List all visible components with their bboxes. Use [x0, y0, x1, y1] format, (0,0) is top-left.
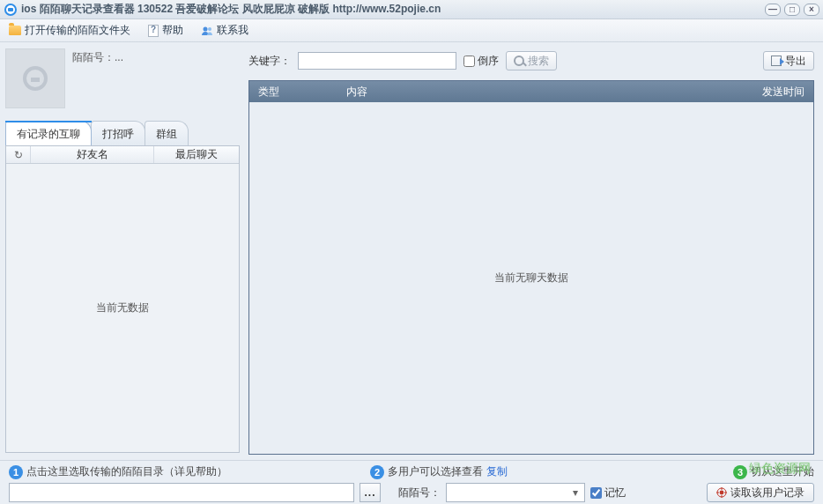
right-panel: 关键字： 倒序 搜索 导出 类型 内容 发送时间 当前无聊天 — [248, 48, 814, 455]
minimize-button[interactable]: — — [765, 4, 781, 16]
reverse-label: 倒序 — [478, 54, 499, 69]
hint-1: 1 点击这里选取传输的陌陌目录（详见帮助） — [9, 464, 370, 479]
remember-checkbox[interactable] — [590, 487, 602, 499]
reverse-checkbox[interactable] — [463, 56, 475, 67]
select-label: 陌陌号： — [398, 485, 441, 500]
help-label: 帮助 — [162, 23, 183, 38]
contact-icon — [201, 25, 213, 37]
left-panel: 陌陌号：... 有记录的互聊 打招呼 群组 ↻ 好友名 最后聊天 当前无数据 — [5, 48, 240, 455]
bottom-bar: 1 点击这里选取传输的陌陌目录（详见帮助） 2 多用户可以选择查看 复制 绿色资… — [0, 460, 823, 504]
refresh-button[interactable]: ↻ — [6, 146, 31, 163]
svg-rect-1 — [8, 8, 13, 11]
momo-id-value: ... — [115, 51, 123, 63]
chevron-down-icon: ▾ — [568, 485, 582, 500]
window-title: ios 陌陌聊天记录查看器 130522 吾爱破解论坛 风吹屁屁凉 破解版 ht… — [21, 2, 765, 17]
open-folder-button[interactable]: 打开传输的陌陌文件夹 — [5, 21, 134, 40]
chat-empty: 当前无聊天数据 — [494, 271, 568, 285]
col-friend-name[interactable]: 好友名 — [31, 146, 154, 163]
col-time[interactable]: 发送时间 — [738, 85, 813, 100]
browse-button[interactable]: ... — [360, 483, 381, 502]
left-tabs: 有记录的互聊 打招呼 群组 — [5, 121, 240, 145]
open-folder-label: 打开传输的陌陌文件夹 — [25, 23, 130, 38]
col-type[interactable]: 类型 — [249, 85, 337, 100]
badge-1-icon: 1 — [9, 465, 23, 479]
search-icon — [514, 56, 524, 66]
hint-3: 绿色资源网 3 切从这里开始 — [652, 464, 814, 479]
reverse-checkbox-wrap[interactable]: 倒序 — [463, 54, 499, 69]
remember-checkbox-wrap[interactable]: 记忆 — [590, 485, 626, 500]
tab-greet[interactable]: 打招呼 — [91, 121, 145, 145]
momo-id-row: 陌陌号：... — [72, 48, 123, 65]
close-button[interactable]: × — [804, 4, 819, 16]
svg-point-3 — [208, 27, 211, 31]
help-icon — [148, 25, 159, 37]
search-button-label: 搜索 — [528, 54, 549, 69]
help-button[interactable]: 帮助 — [145, 21, 187, 40]
export-icon — [771, 56, 782, 66]
svg-point-2 — [204, 26, 208, 31]
tab-group[interactable]: 群组 — [145, 121, 189, 145]
directory-input[interactable] — [9, 483, 354, 502]
remember-label: 记忆 — [604, 485, 626, 500]
friend-grid-header: ↻ 好友名 最后聊天 — [6, 146, 239, 164]
col-content[interactable]: 内容 — [337, 85, 738, 100]
friend-grid: ↻ 好友名 最后聊天 当前无数据 — [5, 145, 240, 453]
chat-table-header: 类型 内容 发送时间 — [249, 81, 813, 102]
chat-table: 类型 内容 发送时间 当前无聊天数据 — [248, 80, 814, 455]
search-bar: 关键字： 倒序 搜索 导出 — [248, 48, 814, 73]
badge-3-icon: 3 — [733, 465, 747, 479]
app-icon — [4, 3, 18, 17]
titlebar: ios 陌陌聊天记录查看器 130522 吾爱破解论坛 风吹屁屁凉 破解版 ht… — [0, 0, 823, 19]
toolbar: 打开传输的陌陌文件夹 帮助 联系我 — [0, 19, 823, 42]
contact-button[interactable]: 联系我 — [197, 21, 252, 40]
friend-grid-empty: 当前无数据 — [96, 300, 149, 315]
keyword-input[interactable] — [298, 52, 456, 70]
hint-2: 2 多用户可以选择查看 复制 — [370, 464, 652, 479]
export-button-label: 导出 — [785, 54, 806, 69]
read-records-label: 读取该用户记录 — [730, 485, 804, 500]
keyword-label: 关键字： — [248, 54, 291, 69]
copy-link[interactable]: 复制 — [486, 464, 508, 479]
search-button[interactable]: 搜索 — [506, 51, 557, 70]
hint-1-text: 点击这里选取传输的陌陌目录（详见帮助） — [26, 464, 227, 479]
chat-table-body: 当前无聊天数据 — [249, 102, 813, 454]
user-select[interactable]: ▾ — [446, 483, 585, 502]
target-icon — [716, 487, 727, 498]
friend-grid-body: 当前无数据 — [6, 164, 239, 452]
hint-3-text: 切从这里开始 — [751, 464, 814, 479]
hint-2-text: 多用户可以选择查看 — [388, 464, 483, 479]
svg-point-5 — [720, 491, 724, 495]
contact-label: 联系我 — [217, 23, 248, 38]
tab-records[interactable]: 有记录的互聊 — [5, 121, 92, 145]
maximize-button[interactable]: □ — [784, 4, 800, 16]
export-button[interactable]: 导出 — [763, 51, 814, 70]
avatar — [5, 48, 65, 108]
badge-2-icon: 2 — [370, 465, 384, 479]
col-last-chat[interactable]: 最后聊天 — [154, 146, 239, 163]
momo-id-label: 陌陌号： — [72, 51, 115, 63]
read-records-button[interactable]: 读取该用户记录 — [707, 483, 814, 502]
folder-icon — [9, 26, 21, 35]
